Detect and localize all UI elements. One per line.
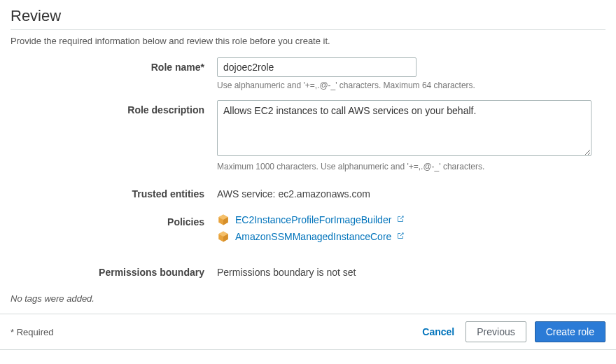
row-trusted-entities: Trusted entities AWS service: ec2.amazon… (10, 184, 606, 200)
policy-item: EC2InstanceProfileForImageBuilder (217, 214, 606, 226)
policy-cube-icon (217, 230, 230, 243)
previous-button[interactable]: Previous (465, 321, 526, 342)
permissions-boundary-value: Permissions boundary is not set (217, 262, 606, 278)
policy-link[interactable]: EC2InstanceProfileForImageBuilder (235, 214, 405, 225)
cancel-button[interactable]: Cancel (419, 322, 457, 342)
role-name-label: Role name* (10, 57, 217, 73)
external-link-icon (396, 232, 405, 240)
policy-link[interactable]: AmazonSSMManagedInstanceCore (235, 231, 405, 242)
page-title: Review (10, 7, 606, 30)
policy-item: AmazonSSMManagedInstanceCore (217, 230, 606, 243)
role-description-label: Role description (10, 100, 217, 115)
footer: * Required Cancel Previous Create role (0, 314, 616, 350)
role-description-helper: Maximum 1000 characters. Use alphanumeri… (217, 162, 606, 172)
role-name-helper: Use alphanumeric and '+=,.@-_' character… (217, 80, 606, 90)
trusted-entities-value: AWS service: ec2.amazonaws.com (217, 184, 606, 200)
permissions-boundary-label: Permissions boundary (10, 262, 217, 278)
policy-link-text: AmazonSSMManagedInstanceCore (235, 231, 391, 242)
role-description-textarea[interactable]: Allows EC2 instances to call AWS service… (217, 100, 592, 156)
row-policies: Policies EC2InstanceProfileForImageBuild… (10, 212, 606, 247)
required-note: * Required (10, 327, 53, 337)
trusted-entities-label: Trusted entities (10, 184, 217, 200)
policy-cube-icon (217, 214, 230, 226)
row-role-name: Role name* Use alphanumeric and '+=,.@-_… (10, 57, 606, 90)
tags-note: No tags were added. (10, 293, 606, 304)
policies-label: Policies (10, 212, 217, 227)
external-link-icon (396, 215, 405, 223)
policy-link-text: EC2InstanceProfileForImageBuilder (235, 214, 391, 225)
row-role-description: Role description Allows EC2 instances to… (10, 100, 606, 172)
page-subtitle: Provide the required information below a… (10, 36, 606, 46)
role-name-input[interactable] (217, 57, 416, 77)
row-permissions-boundary: Permissions boundary Permissions boundar… (10, 262, 606, 278)
create-role-button[interactable]: Create role (535, 321, 606, 342)
